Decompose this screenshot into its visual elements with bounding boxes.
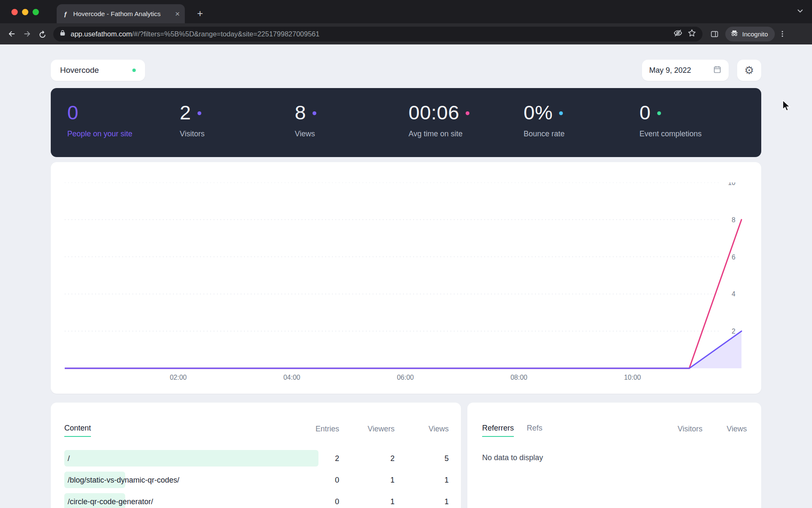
tab-search-chevron-icon[interactable]: [796, 7, 804, 17]
side-panel-icon[interactable]: [707, 26, 722, 41]
referrers-card-header: Referrers Refs Visitors Views: [482, 424, 747, 436]
stat-value: 0%: [524, 101, 553, 124]
incognito-badge: Incognito: [725, 27, 775, 41]
secure-lock-icon[interactable]: [59, 30, 66, 38]
page-path[interactable]: /: [68, 454, 70, 463]
tab-content[interactable]: Content: [64, 424, 91, 437]
gear-icon: ⚙: [744, 65, 754, 76]
url-domain: app.usefathom.com: [71, 30, 132, 38]
views-bar: [64, 450, 318, 467]
browser-tab[interactable]: ƒ Hovercode - Fathom Analytics ×: [57, 4, 185, 23]
views-value: 1: [444, 475, 449, 484]
stat-value: 0: [639, 101, 651, 124]
forward-button[interactable]: [19, 26, 35, 41]
content-rows: /225/blog/static-vs-dynamic-qr-codes/011…: [64, 447, 449, 508]
entries-value: 0: [335, 475, 339, 484]
column-header-viewers: Viewers: [368, 425, 395, 433]
window-close-button[interactable]: [11, 9, 18, 15]
content-card-header: Content Entries Viewers Views: [64, 424, 449, 436]
svg-text:10: 10: [728, 182, 735, 186]
site-selector-button[interactable]: Hovercode: [51, 60, 145, 81]
views-value: 1: [444, 497, 449, 506]
stat-label: Views: [295, 130, 316, 138]
traffic-chart-svg: 24681002:0004:0006:0008:0010:00: [65, 182, 746, 386]
window-minimize-button[interactable]: [22, 9, 28, 15]
traffic-chart-card: 24681002:0004:0006:0008:0010:00: [51, 162, 761, 394]
entries-value: 0: [335, 497, 339, 506]
date-range-button[interactable]: May 9, 2022: [642, 60, 729, 81]
svg-text:6: 6: [732, 254, 735, 261]
viewers-value: 1: [390, 497, 395, 506]
stat-value: 00:06: [409, 101, 459, 124]
stat-dot: [198, 111, 201, 115]
empty-state-message: No data to display: [482, 453, 747, 462]
mouse-cursor: [782, 100, 793, 112]
column-header-entries: Entries: [315, 425, 339, 433]
site-live-dot: [132, 69, 136, 72]
date-range-label: May 9, 2022: [649, 66, 691, 75]
calendar-icon: [713, 65, 721, 76]
stat-label: People on your site: [67, 130, 132, 138]
viewers-value: 1: [390, 475, 395, 484]
svg-text:8: 8: [732, 216, 735, 224]
address-bar[interactable]: app.usefathom.com/#/?filters=%5B%5D&rang…: [53, 27, 702, 41]
content-row[interactable]: /circle-qr-code-generator/011: [64, 491, 449, 508]
stat-label: Avg time on site: [409, 130, 469, 138]
stat-dot: [657, 111, 661, 115]
back-button[interactable]: [4, 26, 19, 41]
stat-label: Event completions: [639, 130, 702, 138]
tab-refs[interactable]: Refs: [527, 424, 542, 433]
url-text[interactable]: app.usefathom.com/#/?filters=%5B%5D&rang…: [71, 30, 669, 38]
browser-toolbar: app.usefathom.com/#/?filters=%5B%5D&rang…: [0, 23, 812, 44]
reload-button[interactable]: [35, 26, 50, 41]
stat-people-on-your-site: 0People on your site: [67, 101, 132, 138]
column-header-views: Views: [727, 425, 747, 433]
fathom-dashboard: Hovercode May 9, 2022 ⚙ 0People on your …: [0, 44, 812, 508]
svg-text:04:00: 04:00: [283, 374, 300, 381]
entries-value: 2: [335, 454, 339, 463]
svg-text:2: 2: [732, 328, 735, 335]
new-tab-button[interactable]: +: [194, 7, 206, 20]
stats-bar: 0People on your site2Visitors8Views00:06…: [51, 88, 761, 157]
stat-label: Visitors: [180, 130, 205, 138]
content-row[interactable]: /blog/static-vs-dynamic-qr-codes/011: [64, 469, 449, 491]
svg-text:02:00: 02:00: [170, 374, 187, 381]
incognito-icon: [730, 29, 738, 39]
stat-label: Bounce rate: [524, 130, 565, 138]
tab-title: Hovercode - Fathom Analytics: [73, 10, 171, 18]
browser-tab-strip: ƒ Hovercode - Fathom Analytics × +: [0, 0, 812, 23]
bookmark-star-icon[interactable]: [687, 28, 697, 39]
views-value: 5: [444, 454, 449, 463]
stat-event-completions: 0Event completions: [639, 101, 702, 138]
viewers-value: 2: [390, 454, 395, 463]
referrers-card: Referrers Refs Visitors Views No data to…: [467, 403, 761, 508]
stat-dot: [313, 111, 316, 115]
window-controls: [11, 9, 39, 15]
fathom-favicon-icon: ƒ: [62, 10, 69, 18]
incognito-label: Incognito: [742, 30, 768, 38]
content-row[interactable]: /225: [64, 447, 449, 469]
stat-value: 8: [295, 101, 306, 124]
stat-avg-time-on-site: 00:06Avg time on site: [409, 101, 469, 138]
column-header-views: Views: [428, 425, 449, 433]
window-zoom-button[interactable]: [33, 9, 39, 15]
stat-bounce-rate: 0%Bounce rate: [524, 101, 565, 138]
page-path[interactable]: /blog/static-vs-dynamic-qr-codes/: [68, 475, 179, 484]
svg-text:10:00: 10:00: [624, 374, 641, 381]
tab-close-icon[interactable]: ×: [175, 10, 180, 18]
content-card: Content Entries Viewers Views /225/blog/…: [51, 403, 461, 508]
eye-off-icon[interactable]: [673, 28, 683, 39]
settings-button[interactable]: ⚙: [737, 60, 761, 81]
browser-menu-icon[interactable]: [775, 26, 790, 41]
site-name: Hovercode: [60, 66, 99, 75]
svg-text:06:00: 06:00: [397, 374, 414, 381]
stat-visitors: 2Visitors: [180, 101, 205, 138]
tab-referrers[interactable]: Referrers: [482, 424, 514, 437]
page-path[interactable]: /circle-qr-code-generator/: [68, 497, 153, 506]
svg-text:4: 4: [732, 290, 735, 298]
stat-value: 0: [67, 101, 79, 124]
url-path: /#/?filters=%5B%5D&range=today&site=2251…: [132, 30, 320, 38]
stat-dot: [466, 111, 469, 115]
svg-text:08:00: 08:00: [510, 374, 527, 381]
stat-views: 8Views: [295, 101, 316, 138]
